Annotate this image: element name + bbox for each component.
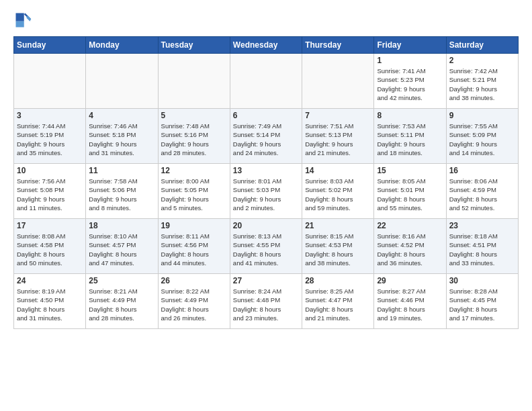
calendar-cell	[158, 54, 230, 109]
day-number: 16	[449, 166, 515, 175]
calendar-cell: 28Sunrise: 8:25 AM Sunset: 4:47 PM Dayli…	[302, 274, 374, 329]
day-number: 5	[161, 111, 227, 120]
day-info: Sunrise: 8:00 AM Sunset: 5:05 PM Dayligh…	[161, 177, 227, 212]
calendar-cell: 29Sunrise: 8:27 AM Sunset: 4:46 PM Dayli…	[374, 274, 446, 329]
day-info: Sunrise: 7:41 AM Sunset: 5:23 PM Dayligh…	[377, 66, 443, 102]
day-info: Sunrise: 8:06 AM Sunset: 4:59 PM Dayligh…	[449, 177, 515, 212]
day-info: Sunrise: 8:16 AM Sunset: 4:52 PM Dayligh…	[377, 232, 443, 267]
logo	[13, 11, 35, 30]
calendar-cell	[230, 54, 302, 109]
calendar-cell: 13Sunrise: 8:01 AM Sunset: 5:03 PM Dayli…	[230, 164, 302, 219]
calendar-cell: 15Sunrise: 8:05 AM Sunset: 5:01 PM Dayli…	[374, 164, 446, 219]
day-info: Sunrise: 8:24 AM Sunset: 4:48 PM Dayligh…	[233, 287, 299, 322]
day-number: 17	[17, 221, 83, 230]
day-info: Sunrise: 7:46 AM Sunset: 5:18 PM Dayligh…	[89, 122, 154, 157]
day-info: Sunrise: 8:08 AM Sunset: 4:58 PM Dayligh…	[17, 232, 83, 267]
header	[13, 11, 519, 30]
day-number: 9	[449, 111, 515, 120]
day-number: 28	[305, 276, 371, 285]
day-number: 15	[377, 166, 443, 175]
calendar-week-4: 17Sunrise: 8:08 AM Sunset: 4:58 PM Dayli…	[14, 219, 519, 274]
day-info: Sunrise: 8:10 AM Sunset: 4:57 PM Dayligh…	[89, 232, 154, 267]
day-number: 13	[233, 166, 299, 175]
day-number: 12	[161, 166, 227, 175]
calendar-week-2: 3Sunrise: 7:44 AM Sunset: 5:19 PM Daylig…	[14, 109, 519, 164]
calendar-week-5: 24Sunrise: 8:19 AM Sunset: 4:50 PM Dayli…	[14, 274, 519, 329]
calendar-cell: 24Sunrise: 8:19 AM Sunset: 4:50 PM Dayli…	[14, 274, 86, 329]
day-number: 18	[89, 221, 154, 230]
day-number: 19	[161, 221, 227, 230]
header-friday: Friday	[374, 37, 446, 54]
day-number: 29	[377, 276, 443, 285]
day-number: 3	[17, 111, 83, 120]
calendar-cell: 21Sunrise: 8:15 AM Sunset: 4:53 PM Dayli…	[302, 219, 374, 274]
calendar-cell: 6Sunrise: 7:49 AM Sunset: 5:14 PM Daylig…	[230, 109, 302, 164]
header-monday: Monday	[86, 37, 158, 54]
calendar-cell: 5Sunrise: 7:48 AM Sunset: 5:16 PM Daylig…	[158, 109, 230, 164]
calendar-cell: 16Sunrise: 8:06 AM Sunset: 4:59 PM Dayli…	[446, 164, 518, 219]
calendar-cell: 10Sunrise: 7:56 AM Sunset: 5:08 PM Dayli…	[14, 164, 86, 219]
header-wednesday: Wednesday	[230, 37, 302, 54]
calendar-cell: 19Sunrise: 8:11 AM Sunset: 4:56 PM Dayli…	[158, 219, 230, 274]
logo-icon	[13, 11, 32, 30]
day-number: 26	[161, 276, 227, 285]
day-info: Sunrise: 8:01 AM Sunset: 5:03 PM Dayligh…	[233, 177, 299, 212]
calendar-cell: 14Sunrise: 8:03 AM Sunset: 5:02 PM Dayli…	[302, 164, 374, 219]
calendar: SundayMondayTuesdayWednesdayThursdayFrid…	[13, 36, 519, 329]
day-number: 11	[89, 166, 154, 175]
header-sunday: Sunday	[14, 37, 86, 54]
day-info: Sunrise: 7:44 AM Sunset: 5:19 PM Dayligh…	[17, 122, 83, 157]
calendar-cell	[302, 54, 374, 109]
calendar-week-3: 10Sunrise: 7:56 AM Sunset: 5:08 PM Dayli…	[14, 164, 519, 219]
calendar-cell	[14, 54, 86, 109]
calendar-cell: 12Sunrise: 8:00 AM Sunset: 5:05 PM Dayli…	[158, 164, 230, 219]
day-info: Sunrise: 8:21 AM Sunset: 4:49 PM Dayligh…	[89, 287, 154, 322]
calendar-cell: 7Sunrise: 7:51 AM Sunset: 5:13 PM Daylig…	[302, 109, 374, 164]
calendar-cell: 27Sunrise: 8:24 AM Sunset: 4:48 PM Dayli…	[230, 274, 302, 329]
day-number: 21	[305, 221, 371, 230]
day-number: 30	[449, 276, 515, 285]
day-info: Sunrise: 7:42 AM Sunset: 5:21 PM Dayligh…	[449, 66, 515, 102]
page: SundayMondayTuesdayWednesdayThursdayFrid…	[0, 0, 532, 411]
calendar-cell: 8Sunrise: 7:53 AM Sunset: 5:11 PM Daylig…	[374, 109, 446, 164]
day-number: 20	[233, 221, 299, 230]
day-number: 10	[17, 166, 83, 175]
calendar-cell: 3Sunrise: 7:44 AM Sunset: 5:19 PM Daylig…	[14, 109, 86, 164]
day-info: Sunrise: 7:53 AM Sunset: 5:11 PM Dayligh…	[377, 122, 443, 157]
calendar-week-1: 1Sunrise: 7:41 AM Sunset: 5:23 PM Daylig…	[14, 54, 519, 109]
day-number: 4	[89, 111, 154, 120]
day-number: 14	[305, 166, 371, 175]
day-info: Sunrise: 7:49 AM Sunset: 5:14 PM Dayligh…	[233, 122, 299, 157]
calendar-cell: 22Sunrise: 8:16 AM Sunset: 4:52 PM Dayli…	[374, 219, 446, 274]
calendar-cell: 25Sunrise: 8:21 AM Sunset: 4:49 PM Dayli…	[86, 274, 158, 329]
calendar-cell: 30Sunrise: 8:28 AM Sunset: 4:45 PM Dayli…	[446, 274, 518, 329]
day-info: Sunrise: 8:22 AM Sunset: 4:49 PM Dayligh…	[161, 287, 227, 322]
day-info: Sunrise: 7:58 AM Sunset: 5:06 PM Dayligh…	[89, 177, 154, 212]
calendar-cell: 2Sunrise: 7:42 AM Sunset: 5:21 PM Daylig…	[446, 54, 518, 109]
svg-rect-4	[16, 21, 24, 28]
calendar-cell: 20Sunrise: 8:13 AM Sunset: 4:55 PM Dayli…	[230, 219, 302, 274]
day-number: 24	[17, 276, 83, 285]
day-number: 27	[233, 276, 299, 285]
day-number: 1	[377, 56, 443, 65]
day-info: Sunrise: 8:28 AM Sunset: 4:45 PM Dayligh…	[449, 287, 515, 322]
calendar-cell: 17Sunrise: 8:08 AM Sunset: 4:58 PM Dayli…	[14, 219, 86, 274]
day-number: 25	[89, 276, 154, 285]
calendar-cell	[86, 54, 158, 109]
svg-rect-3	[16, 13, 24, 21]
day-info: Sunrise: 8:18 AM Sunset: 4:51 PM Dayligh…	[449, 232, 515, 267]
header-thursday: Thursday	[302, 37, 374, 54]
calendar-header-row: SundayMondayTuesdayWednesdayThursdayFrid…	[14, 37, 519, 54]
calendar-cell: 11Sunrise: 7:58 AM Sunset: 5:06 PM Dayli…	[86, 164, 158, 219]
calendar-cell: 23Sunrise: 8:18 AM Sunset: 4:51 PM Dayli…	[446, 219, 518, 274]
day-info: Sunrise: 8:19 AM Sunset: 4:50 PM Dayligh…	[17, 287, 83, 322]
day-number: 6	[233, 111, 299, 120]
day-number: 2	[449, 56, 515, 65]
day-info: Sunrise: 7:56 AM Sunset: 5:08 PM Dayligh…	[17, 177, 83, 212]
calendar-cell: 18Sunrise: 8:10 AM Sunset: 4:57 PM Dayli…	[86, 219, 158, 274]
day-info: Sunrise: 7:51 AM Sunset: 5:13 PM Dayligh…	[305, 122, 371, 157]
day-info: Sunrise: 8:05 AM Sunset: 5:01 PM Dayligh…	[377, 177, 443, 212]
header-tuesday: Tuesday	[158, 37, 230, 54]
day-info: Sunrise: 8:15 AM Sunset: 4:53 PM Dayligh…	[305, 232, 371, 267]
day-number: 8	[377, 111, 443, 120]
